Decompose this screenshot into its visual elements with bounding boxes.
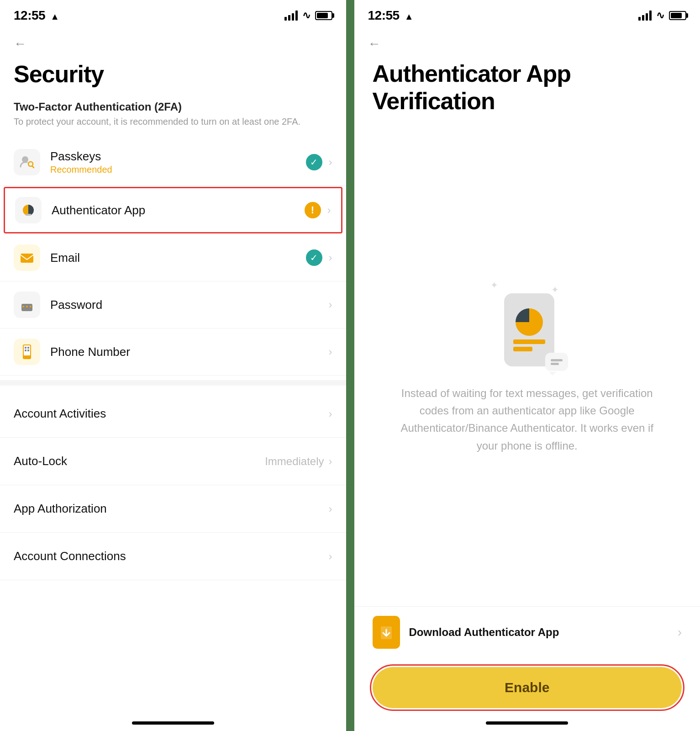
- right-status-icons: ∿: [638, 10, 686, 21]
- account-activities-label: Account Activities: [14, 407, 106, 421]
- right-back-button[interactable]: ←: [354, 27, 700, 56]
- password-right: ›: [329, 298, 332, 311]
- security-items-list: Passkeys Recommended ✓ › Authenticator A…: [0, 139, 346, 376]
- auto-lock-chevron-icon: ›: [329, 455, 332, 468]
- left-panel: 12:55 ▲ ∿ ← Security Two-Factor Authenti…: [0, 0, 346, 731]
- left-home-indicator: [132, 721, 214, 725]
- right-back-arrow-icon: ←: [368, 37, 381, 51]
- speech-bubble-illustration: [545, 353, 568, 371]
- account-connections-chevron-icon: ›: [329, 550, 332, 563]
- right-signal-bars-icon: [638, 11, 652, 21]
- separator-1: [0, 380, 346, 386]
- passkeys-label: Passkeys: [50, 149, 306, 164]
- pie-chart-illustration: [516, 308, 543, 336]
- left-status-time-area: 12:55 ▲: [14, 8, 59, 23]
- svg-rect-15: [551, 359, 563, 361]
- download-section[interactable]: Download Authenticator App ›: [354, 606, 700, 658]
- bar-1: [513, 339, 545, 344]
- svg-rect-11: [25, 347, 26, 349]
- password-label: Password: [50, 298, 329, 312]
- enable-button[interactable]: Enable: [373, 667, 682, 708]
- download-app-icon: [373, 616, 400, 649]
- security-item-phone[interactable]: Phone Number ›: [0, 328, 346, 376]
- left-back-button[interactable]: ←: [0, 27, 346, 56]
- account-connections-right: ›: [329, 550, 332, 563]
- svg-point-7: [26, 306, 28, 307]
- svg-rect-3: [26, 214, 31, 216]
- passkeys-right: ✓ ›: [306, 154, 332, 170]
- auto-lock-right: Immediately ›: [265, 455, 332, 468]
- svg-point-1: [28, 162, 33, 166]
- left-time: 12:55: [14, 8, 45, 22]
- passkeys-content: Passkeys Recommended: [50, 149, 306, 175]
- wifi-icon: ∿: [302, 10, 311, 21]
- phone-icon: [14, 339, 40, 365]
- svg-rect-13: [25, 350, 26, 351]
- email-icon: [14, 244, 40, 271]
- left-page-title: Security: [0, 56, 346, 91]
- illustration-area: ✦ ✦ Instead of waiting for text messages…: [354, 119, 700, 606]
- menu-item-auto-lock[interactable]: Auto-Lock Immediately ›: [0, 438, 346, 485]
- security-item-authenticator[interactable]: Authenticator App ! ›: [4, 187, 342, 233]
- download-label-text: Download Authenticator App: [409, 626, 559, 639]
- tfa-subtitle: To protect your account, it is recommend…: [14, 115, 332, 128]
- phone-content: Phone Number: [50, 345, 329, 359]
- authenticator-label: Authenticator App: [52, 203, 305, 217]
- authenticator-content: Authenticator App: [52, 203, 305, 217]
- account-activities-chevron-icon: ›: [329, 408, 332, 420]
- passkeys-sublabel: Recommended: [50, 164, 306, 175]
- menu-item-app-authorization[interactable]: App Authorization ›: [0, 485, 346, 533]
- auto-lock-value: Immediately: [265, 455, 324, 468]
- password-content: Password: [50, 298, 329, 312]
- left-back-arrow-icon: ←: [14, 37, 26, 51]
- tfa-section-header: Two-Factor Authentication (2FA) To prote…: [0, 91, 346, 130]
- app-authorization-right: ›: [329, 503, 332, 515]
- account-connections-label: Account Connections: [14, 549, 126, 563]
- menu-item-account-connections[interactable]: Account Connections ›: [0, 533, 346, 580]
- right-wifi-icon: ∿: [656, 10, 664, 21]
- signal-bars-icon: [284, 11, 298, 21]
- right-page-title: Authenticator App Verification: [354, 56, 700, 119]
- svg-rect-16: [551, 363, 559, 365]
- password-chevron-icon: ›: [329, 298, 332, 311]
- email-check-icon: ✓: [306, 249, 322, 266]
- right-location-icon: ▲: [405, 11, 414, 21]
- authenticator-icon: [15, 197, 42, 223]
- battery-icon: [315, 11, 332, 20]
- right-home-indicator: [486, 721, 568, 725]
- menu-item-account-activities[interactable]: Account Activities ›: [0, 390, 346, 438]
- sparkle-icon-2: ✦: [551, 284, 559, 295]
- authenticator-right: ! ›: [305, 202, 331, 218]
- phone-chevron-icon: ›: [329, 345, 332, 358]
- app-authorization-label: App Authorization: [14, 502, 107, 516]
- security-item-passkeys[interactable]: Passkeys Recommended ✓ ›: [0, 139, 346, 186]
- tfa-title: Two-Factor Authentication (2FA): [14, 101, 332, 113]
- left-status-bar: 12:55 ▲ ∿: [0, 0, 346, 27]
- email-content: Email: [50, 251, 306, 265]
- passkeys-icon: [14, 149, 40, 175]
- auto-lock-label: Auto-Lock: [14, 454, 67, 468]
- security-item-email[interactable]: Email ✓ ›: [0, 234, 346, 281]
- security-item-password[interactable]: Password ›: [0, 281, 346, 328]
- svg-rect-14: [27, 350, 29, 351]
- right-time: 12:55: [368, 8, 400, 22]
- right-status-time-area: 12:55 ▲: [368, 8, 414, 23]
- sparkle-icon-1: ✦: [490, 280, 498, 291]
- left-status-icons: ∿: [284, 10, 332, 21]
- passkeys-check-icon: ✓: [306, 154, 322, 170]
- phone-label: Phone Number: [50, 345, 329, 359]
- bars-illustration: [513, 339, 545, 351]
- auth-app-illustration: ✦ ✦: [486, 280, 568, 371]
- svg-rect-4: [21, 254, 33, 263]
- account-activities-right: ›: [329, 408, 332, 420]
- phone-right: ›: [329, 345, 332, 358]
- right-panel: 12:55 ▲ ∿ ← Authenticator App Verificati…: [354, 0, 700, 731]
- left-location-icon: ▲: [50, 11, 59, 21]
- email-right: ✓ ›: [306, 249, 332, 266]
- authenticator-warning-icon: !: [305, 202, 321, 218]
- download-chevron-icon: ›: [678, 625, 682, 640]
- password-icon: [14, 291, 40, 318]
- enable-button-wrap: Enable: [354, 658, 700, 731]
- email-label: Email: [50, 251, 306, 265]
- authenticator-chevron-icon: ›: [327, 204, 331, 217]
